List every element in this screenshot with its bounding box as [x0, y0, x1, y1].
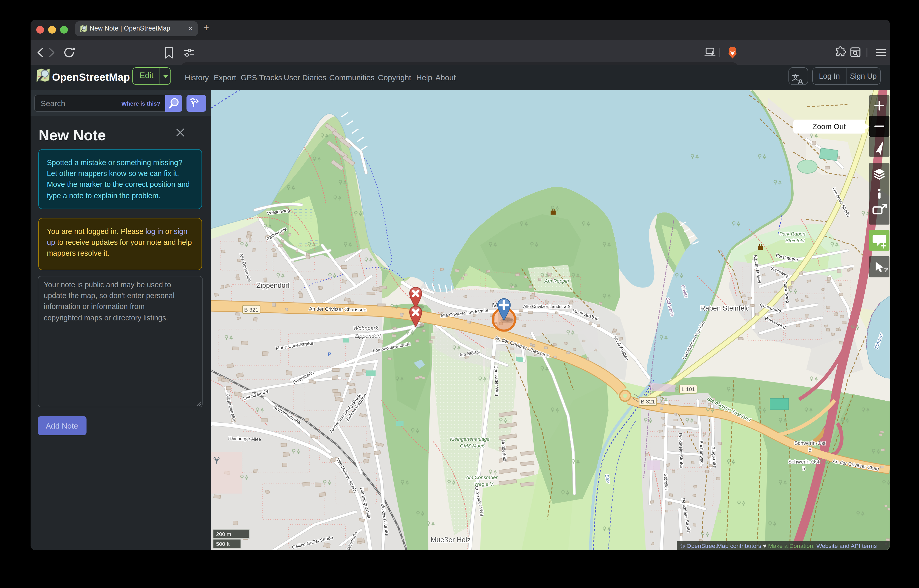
- svg-text:Kleingartenanlage: Kleingartenanlage: [450, 436, 489, 441]
- svg-text:P: P: [328, 351, 331, 357]
- svg-text:5: 5: [802, 465, 805, 471]
- svg-text:Raben Steinfeld: Raben Steinfeld: [700, 304, 750, 312]
- svg-text:B 321: B 321: [641, 398, 655, 404]
- svg-text:Zippendorf: Zippendorf: [355, 333, 381, 339]
- svg-text:GMZ Mueß: GMZ Mueß: [460, 443, 485, 448]
- svg-text:?: ?: [884, 266, 888, 273]
- svg-text:An der Crivitzer Chaussee: An der Crivitzer Chaussee: [309, 306, 366, 312]
- svg-text:B 321: B 321: [244, 307, 258, 312]
- svg-text:Alte Crivitzer Landstraße: Alte Crivitzer Landstraße: [523, 304, 572, 309]
- svg-text:Am Consrader: Am Consrader: [466, 474, 498, 480]
- svg-text:Wohnpark: Wohnpark: [353, 325, 378, 331]
- svg-text:Zoom Out: Zoom Out: [812, 122, 846, 131]
- svg-text:Störblick: Störblick: [663, 473, 669, 490]
- svg-text:500 ft: 500 ft: [216, 541, 230, 547]
- svg-text:A: A: [797, 77, 803, 86]
- svg-text:200 m: 200 m: [216, 531, 231, 537]
- svg-text:L 101: L 101: [681, 386, 695, 392]
- svg-text:Zippendorf: Zippendorf: [256, 281, 290, 289]
- svg-text:Steinfeld: Steinfeld: [785, 237, 805, 243]
- svg-text:Schwerin-Ost: Schwerin-Ost: [794, 440, 825, 446]
- svg-text:Am Reppin: Am Reppin: [545, 278, 569, 283]
- svg-text:Buchenweg: Buchenweg: [699, 440, 705, 463]
- svg-text:5: 5: [809, 447, 811, 452]
- svg-text:Park Raben: Park Raben: [780, 231, 805, 236]
- svg-text:© OpenStreetMap contributors ♥: © OpenStreetMap contributors ♥ Make a Do…: [681, 542, 877, 549]
- svg-text:Mueßer Holz: Mueßer Holz: [431, 536, 471, 543]
- svg-text:Schwerin-Ost: Schwerin-Ost: [788, 459, 819, 464]
